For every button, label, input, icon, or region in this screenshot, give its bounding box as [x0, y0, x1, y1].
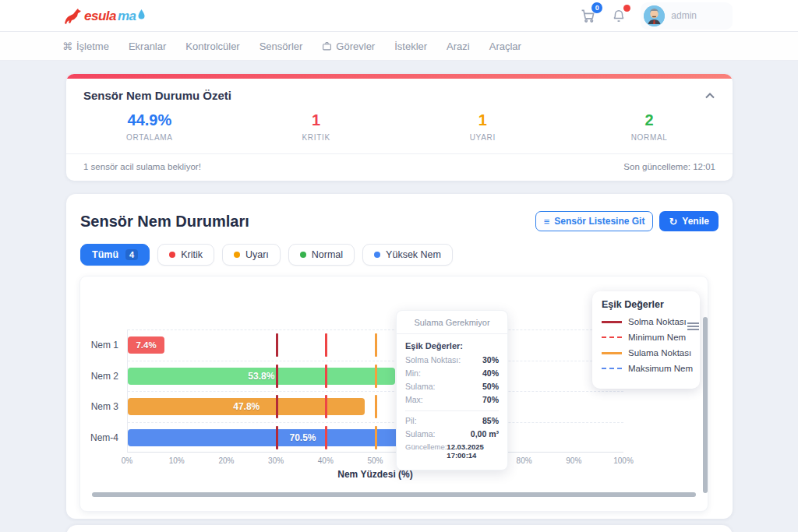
bar-row-nem-1: Nem 17.4%	[128, 329, 623, 361]
filter-y-ksek-nem[interactable]: Yüksek Nem	[362, 244, 453, 266]
summary-alert-text: 1 sensör acil sulama bekliyor!	[83, 162, 201, 171]
tooltip-row-label: Solma Noktası:	[405, 355, 461, 365]
nav-item-label: Sensörler	[260, 41, 303, 52]
threshold-line-minimum-nem	[325, 426, 327, 449]
threshold-line-sulama-noktas	[375, 426, 377, 449]
refresh-button[interactable]: ↻ Yenile	[659, 211, 719, 231]
filter-bar: Tümü4KritikUyarıNormalYüksek Nem	[80, 244, 719, 266]
category-label: Nem 1	[91, 340, 118, 351]
threshold-line-solma-noktas	[276, 333, 278, 357]
summary-card: Sensör Nem Durumu Özeti 44.9%ORTALAMA1KR…	[66, 74, 733, 181]
filter-label: Tümü	[92, 249, 118, 260]
bar-row-nem-3: Nem 347.8%	[128, 391, 623, 422]
cart-count-badge: 0	[591, 2, 602, 13]
filter-count-badge: 4	[125, 249, 138, 260]
stat-normal: 2NORMAL	[566, 111, 733, 142]
threshold-line-sulama-noktas	[375, 333, 377, 357]
x-axis-label: Nem Yüzdesi (%)	[127, 469, 623, 480]
stat-label: KRITIK	[233, 133, 400, 142]
tooltip-row-value: 85%	[482, 416, 499, 425]
filter-normal[interactable]: Normal	[288, 244, 355, 266]
stat-value: 44.9%	[66, 111, 233, 129]
threshold-line-minimum-nem	[325, 365, 327, 388]
horizontal-scrollbar[interactable]	[92, 492, 696, 497]
main-content: Sensör Nem Durumu Özeti 44.9%ORTALAMA1KR…	[0, 61, 798, 532]
filter-label: Uyarı	[245, 249, 269, 260]
tooltip-row-min: Min:40%	[405, 368, 499, 378]
user-menu[interactable]: admin	[641, 2, 733, 30]
legend-swatch	[602, 321, 622, 323]
threshold-line-minimum-nem	[325, 333, 327, 357]
sensor-list-button[interactable]: ≡ Sensör Listesine Git	[535, 211, 654, 231]
moisture-bar-nem-3[interactable]: 47.8%	[128, 398, 365, 415]
filter-kritik[interactable]: Kritik	[157, 244, 214, 266]
main-nav: ⌘İşletmeEkranlarKontrolcülerSensörlerGör…	[0, 32, 798, 61]
summary-stats: 44.9%ORTALAMA1KRITIK1UYARI2NORMAL	[66, 105, 733, 153]
tooltip-row-sulama: Sulama:50%	[405, 382, 499, 391]
nav-item-kontrolc-ler[interactable]: Kontrolcüler	[185, 41, 239, 52]
threshold-legend: Eşik Değerler Solma NoktasıMinimum NemSu…	[592, 291, 700, 389]
tooltip-row-value: 50%	[482, 382, 499, 391]
last-update-text: Son güncelleme: 12:01	[623, 162, 715, 171]
nav-item-ekranlar[interactable]: Ekranlar	[129, 41, 166, 52]
chart-menu-icon[interactable]	[687, 321, 699, 332]
horse-logo-icon	[62, 7, 83, 24]
nav-item-g-revler[interactable]: Görevler	[322, 41, 375, 52]
threshold-line-solma-noktas	[276, 395, 278, 418]
collapse-button[interactable]	[704, 92, 715, 100]
filter-label: Kritik	[181, 249, 203, 260]
stat-ortalama: 44.9%ORTALAMA	[66, 111, 233, 142]
legend-swatch	[602, 336, 622, 338]
nav-item-arazi[interactable]: Arazi	[447, 41, 470, 52]
nav-item-label: Ekranlar	[129, 41, 166, 52]
nav-item-label: Arazi	[447, 41, 470, 52]
legend-item-sulama-noktas[interactable]: Sulama Noktası	[602, 348, 690, 358]
tooltip-row-g-ncelleme: Güncelleme:12.03.2025 17:00:14	[405, 442, 499, 460]
nav-item-i-stekler[interactable]: İstekler	[394, 41, 427, 52]
legend-item-maksimum-nem[interactable]: Maksimum Nem	[602, 364, 690, 373]
sensors-section: Sensör Nem Durumları ≡ Sensör Listesine …	[66, 194, 733, 519]
filter-uyar[interactable]: Uyarı	[222, 244, 281, 266]
moisture-bar-nem-1[interactable]: 7.4%	[128, 336, 164, 354]
nav-item-label: İstekler	[394, 41, 427, 52]
category-label: Nem 3	[91, 401, 118, 412]
legend-swatch	[602, 368, 622, 369]
filter-t-m[interactable]: Tümü4	[80, 244, 150, 266]
threshold-line-solma-noktas	[276, 365, 278, 388]
nav-item-sens-rler[interactable]: Sensörler	[260, 41, 303, 52]
category-label: Nem-4	[90, 432, 118, 443]
x-tick: 10%	[169, 456, 185, 465]
app-logo[interactable]: esulama	[62, 7, 145, 24]
tooltip-section-title: Eşik Değerler:	[405, 341, 499, 351]
nav-item-ara-lar[interactable]: Araçlar	[489, 41, 521, 52]
cart-button[interactable]: 0	[578, 6, 597, 25]
notifications-button[interactable]	[609, 6, 628, 25]
command-icon: ⌘	[62, 41, 72, 52]
nav-item-i-letme[interactable]: ⌘İşletme	[62, 41, 109, 52]
vertical-scrollbar[interactable]	[703, 317, 708, 493]
legend-title: Eşik Değerler	[602, 299, 690, 310]
x-tick: 40%	[318, 456, 334, 465]
refresh-icon: ↻	[669, 217, 677, 227]
threshold-line-sulama-noktas	[375, 365, 377, 388]
tooltip-row-value: 12.03.2025 17:00:14	[447, 442, 499, 460]
username-label: admin	[671, 10, 697, 21]
nav-item-label: Araçlar	[489, 41, 521, 52]
legend-label: Solma Noktası	[628, 317, 687, 326]
x-tick: 30%	[268, 456, 284, 465]
legend-item-solma-noktas[interactable]: Solma Noktası	[602, 317, 690, 326]
x-tick: 0%	[122, 456, 132, 465]
tooltip-row-max: Max:70%	[405, 395, 499, 404]
x-tick: 100%	[613, 456, 634, 465]
threshold-line-sulama-noktas	[375, 395, 377, 418]
chart-tooltip: Sulama Gerekmiyor Eşik Değerler: Solma N…	[396, 310, 508, 470]
stat-uyari: 1UYARI	[400, 111, 567, 142]
chevron-up-icon	[704, 92, 715, 100]
legend-swatch	[602, 352, 622, 354]
tooltip-row-value: 0,00 m³	[471, 429, 499, 439]
moisture-bar-nem-2[interactable]: 53.8%	[128, 368, 395, 385]
list-icon: ≡	[544, 217, 550, 227]
legend-item-minimum-nem[interactable]: Minimum Nem	[602, 333, 690, 342]
stat-label: NORMAL	[566, 133, 733, 142]
tooltip-divider	[405, 410, 499, 411]
